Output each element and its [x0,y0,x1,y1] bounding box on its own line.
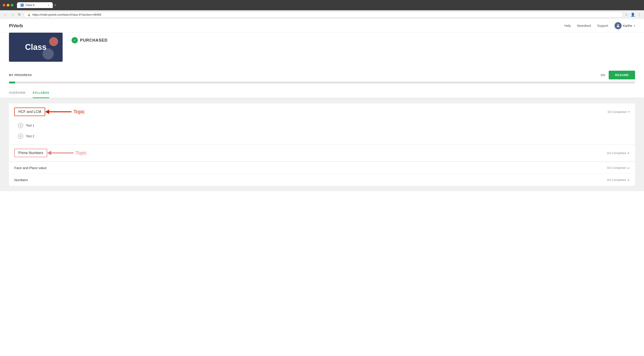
tab-bar: P Class 6 × + [17,2,641,8]
topic-item-test1[interactable]: Test 1 [14,120,630,131]
tab-syllabus[interactable]: SYLLABUS [33,88,49,98]
purchased-check-icon: ✓ [72,37,78,44]
annotation-label-hcf: Topic [73,109,85,115]
tab-overview[interactable]: OVERVIEW [9,88,26,98]
progress-right: 0% RESUME [600,71,635,80]
course-image-decoration2 [42,48,54,60]
traffic-light-green[interactable] [11,4,14,6]
light-arrow-prime [47,151,74,155]
topic-section-prime-numbers: Prime Numbers Topic 0/2 Completed ▶ [9,145,635,161]
topic-name-box-hcf: HCF and LCM [14,108,45,116]
course-info: ✓ PURCHASED [72,33,108,44]
topic-header-prime[interactable]: Prime Numbers Topic 0/2 Completed ▶ [9,145,635,161]
help-link[interactable]: Help [564,24,571,28]
item-icon-inner-test1 [20,124,22,126]
course-image-decoration [49,37,58,46]
item-icon-test1 [18,123,23,128]
tab-close-button[interactable]: × [48,4,49,6]
topic-completed-face-place: 0/2 Completed [607,166,626,170]
forward-button[interactable]: → [10,12,15,18]
item-icon-test2 [18,134,23,139]
red-arrow-hcf [45,110,72,114]
course-banner-area: Class ✓ PURCHASED [0,33,644,67]
topic-completed-numbers: 0/3 Completed [607,178,626,182]
topic-section-numbers[interactable]: Numbers 0/3 Completed ▶ [9,174,635,186]
topic-header-hcf-lcm[interactable]: HCF and LCM Topic 0/2 Completed ▾ [9,104,635,120]
menu-icon[interactable]: ⋮ [638,12,641,17]
progress-bar-fill [9,82,15,84]
newsfeed-link[interactable]: Newsfeed [577,24,591,28]
site-nav: Help Newsfeed Support Karthe ▾ [564,22,635,29]
chevron-right-icon-face-place: ▶ [628,166,630,170]
browser-titlebar: P Class 6 × + [0,0,644,10]
purchased-badge: ✓ PURCHASED [72,37,108,44]
lock-icon: 🔒 [27,13,31,16]
traffic-light-yellow[interactable] [7,4,10,6]
topic-right-numbers: 0/3 Completed ▶ [607,178,630,182]
site-header: PiVerb Help Newsfeed Support Karthe ▾ [0,19,644,33]
topic-items-hcf: Test 1 Test 2 [9,120,635,144]
topic-name-prime: Prime Numbers [18,151,43,155]
annotation-label-prime: Topic [75,150,87,156]
course-image: Class [9,33,62,62]
topic-section-face-place[interactable]: Face and Place value 0/2 Completed ▶ [9,162,635,174]
progress-header: MY PROGRESS 0% RESUME [9,71,635,80]
svg-point-0 [618,24,619,26]
arrow-head-hcf [45,110,49,114]
light-arrow-head-prime [47,151,51,155]
resume-button[interactable]: RESUME [609,71,635,80]
user-profile-icon[interactable]: 👤 [630,12,635,17]
progress-bar-container [9,82,635,84]
item-name-test2: Test 2 [26,134,34,138]
toolbar-actions: ☆ 👤 ⋮ [625,12,641,17]
chevron-right-icon-numbers: ▶ [628,178,630,182]
active-tab[interactable]: P Class 6 × [17,2,53,8]
user-menu-chevron: ▾ [634,24,635,27]
progress-section: MY PROGRESS 0% RESUME [0,67,644,88]
annotation-wrapper-hcf: HCF and LCM Topic [14,108,85,116]
topic-completed-hcf: 0/2 Completed ▾ [608,110,630,114]
address-bar[interactable]: 🔒 https://math.piverb.com/learn/Class-6?… [24,12,623,18]
item-name-test1: Test 1 [26,124,34,127]
back-button[interactable]: ← [3,12,8,18]
refresh-button[interactable]: ↻ [17,12,22,18]
purchased-text: PURCHASED [80,38,108,43]
topic-name-hcf: HCF and LCM [18,110,41,114]
user-menu[interactable]: Karthe ▾ [614,22,635,29]
tab-favicon: P [20,4,24,7]
chevron-right-icon-prime: ▶ [628,152,630,154]
arrow-shaft-hcf [49,111,72,112]
topic-completed-prime: 0/2 Completed ▶ [607,152,630,155]
topic-name-face-place: Face and Place value [14,166,46,170]
page-content: PiVerb Help Newsfeed Support Karthe ▾ Cl… [0,19,644,191]
progress-label: MY PROGRESS [9,73,32,77]
new-tab-button[interactable]: + [53,2,58,8]
user-name: Karthe [623,24,632,28]
light-arrow-shaft-prime [51,152,74,154]
chevron-down-icon-hcf: ▾ [628,110,630,113]
topic-item-test2[interactable]: Test 2 [14,131,630,142]
tab-title: Class 6 [26,4,34,7]
browser-toolbar: ← → ↻ 🔒 https://math.piverb.com/learn/Cl… [0,10,644,19]
syllabus-area: HCF and LCM Topic 0/2 Completed ▾ [0,98,644,191]
browser-chrome: P Class 6 × + ← → ↻ 🔒 https://math.piver… [0,0,644,19]
bookmark-icon[interactable]: ☆ [625,12,628,17]
topic-right-face-place: 0/2 Completed ▶ [607,166,630,170]
site-logo[interactable]: PiVerb [9,23,23,28]
traffic-lights [3,4,14,6]
url-text: https://math.piverb.com/learn/Class-6?se… [32,13,101,16]
topic-name-box-prime: Prime Numbers [14,149,47,157]
topic-name-numbers: Numbers [14,178,28,182]
annotation-wrapper-prime: Prime Numbers Topic [14,149,87,157]
topic-section-hcf-lcm: HCF and LCM Topic 0/2 Completed ▾ [9,104,635,144]
item-icon-inner-test2 [20,135,22,137]
progress-percent: 0% [600,73,605,77]
traffic-light-red[interactable] [3,4,5,6]
avatar [614,22,622,29]
course-tabs: OVERVIEW SYLLABUS [0,88,644,98]
support-link[interactable]: Support [597,24,608,28]
